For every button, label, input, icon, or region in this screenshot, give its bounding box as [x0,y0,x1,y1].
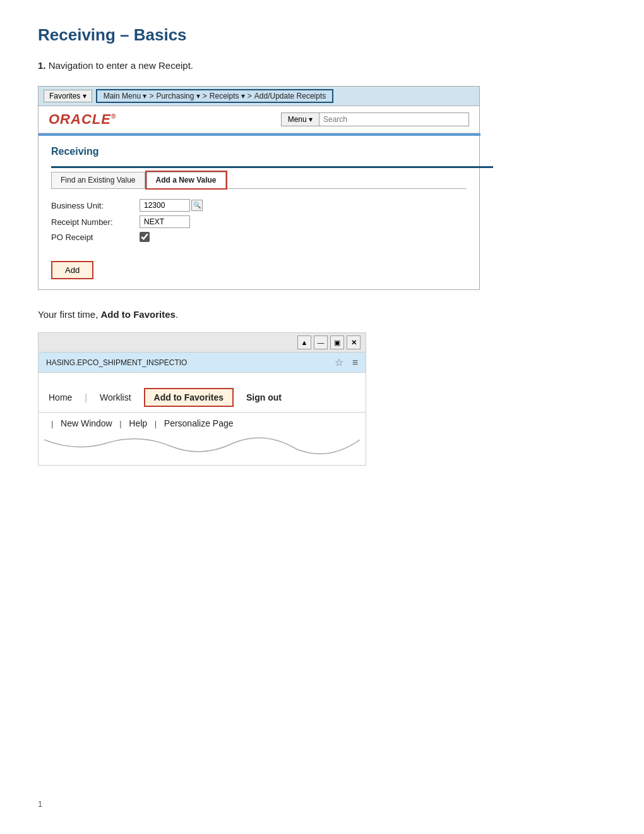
receipt-number-label: Receipt Number: [51,217,140,227]
lookup-icon[interactable]: 🔍 [191,200,203,211]
po-receipt-row: PO Receipt [51,232,467,242]
home-link[interactable]: Home [49,392,72,402]
browser-bottom-edge [39,433,366,465]
separator-after: . [176,309,178,320]
upload-button[interactable]: ▲ [297,335,311,349]
step-number: 1. [38,60,46,71]
personalize-page-link[interactable]: Personalize Page [164,418,234,428]
header-search: Menu ▾ [281,112,469,126]
add-button[interactable]: Add [51,261,93,279]
section-title: Receiving [51,146,467,157]
nav-sep1: | [85,392,87,402]
add-to-favorites-button[interactable]: Add to Favorites [144,388,234,407]
separator-before: Your first time, [38,309,100,320]
tab-find-existing[interactable]: Find an Existing Value [51,172,145,188]
breadcrumb: Main Menu ▾ > Purchasing ▾ > Receipts ▾ … [96,89,334,103]
oracle-logo: ORACLE® [49,111,116,128]
business-unit-input[interactable] [140,199,190,212]
star-icon[interactable]: ☆ [335,356,343,368]
business-unit-label: Business Unit: [51,201,140,210]
oracle-header: ORACLE® Menu ▾ [39,106,479,133]
search-input[interactable] [319,112,469,126]
tabs-row: Find an Existing Value Add a New Value [51,172,467,189]
browser-window: ▲ — ▣ ✕ HASING.EPCO_SHIPMENT_INSPECTIO ☆… [38,332,366,466]
browser-address-bar: HASING.EPCO_SHIPMENT_INSPECTIO ☆ ≡ [39,353,366,373]
page-content: Receiving Find an Existing Value Add a N… [39,136,479,289]
menu-button[interactable]: Menu ▾ [281,112,319,126]
sep3: > [247,92,252,100]
oracle-ui-mockup: Favorites ▾ Main Menu ▾ > Purchasing ▾ >… [38,86,480,290]
help-link[interactable]: Help [129,418,147,428]
new-window-link[interactable]: New Window [61,418,112,428]
footer-sep2: | [119,419,121,428]
restore-button[interactable]: ▣ [330,335,344,349]
worklist-link[interactable]: Worklist [100,392,131,402]
footer-sep: | [51,419,53,428]
main-menu-crumb[interactable]: Main Menu ▾ [104,92,147,100]
tab-add-new[interactable]: Add a New Value [146,172,226,188]
nav-bar: Favorites ▾ Main Menu ▾ > Purchasing ▾ >… [39,87,479,106]
step1-text: 1. Navigation to enter a new Receipt. [38,60,606,71]
po-receipt-checkbox[interactable] [140,232,150,242]
page-title: Receiving – Basics [38,25,606,45]
separator-text: Your first time, Add to Favorites. [38,309,606,320]
add-to-favorites-label: Add to Favorites [100,309,175,320]
po-receipt-label: PO Receipt [51,233,140,242]
purchasing-crumb[interactable]: Purchasing ▾ [156,92,200,100]
footer-sep3: | [155,419,157,428]
address-text: HASING.EPCO_SHIPMENT_INSPECTIO [46,358,187,367]
close-button[interactable]: ✕ [347,335,361,349]
receipt-number-row: Receipt Number: [51,215,467,228]
receipt-number-input[interactable] [140,215,190,228]
sign-out-link[interactable]: Sign out [246,392,282,402]
browser-titlebar: ▲ — ▣ ✕ [39,333,366,353]
hamburger-icon[interactable]: ≡ [352,357,358,368]
section-divider [51,166,493,168]
spacer [39,373,366,383]
business-unit-row: Business Unit: 🔍 [51,199,467,212]
sep2: > [203,92,207,100]
receipts-crumb[interactable]: Receipts ▾ [210,92,245,100]
step1-description: Navigation to enter a new Receipt. [49,60,193,71]
minimize-button[interactable]: — [314,335,328,349]
favorites-button[interactable]: Favorites ▾ [44,90,92,102]
active-crumb: Add/Update Receipts [254,92,326,100]
browser-footer: | New Window | Help | Personalize Page [39,413,366,433]
form-fields: Business Unit: 🔍 Receipt Number: PO Rece… [51,199,467,242]
browser-nav-bar: Home | Worklist Add to Favorites Sign ou… [39,383,366,413]
sep1: > [149,92,153,100]
